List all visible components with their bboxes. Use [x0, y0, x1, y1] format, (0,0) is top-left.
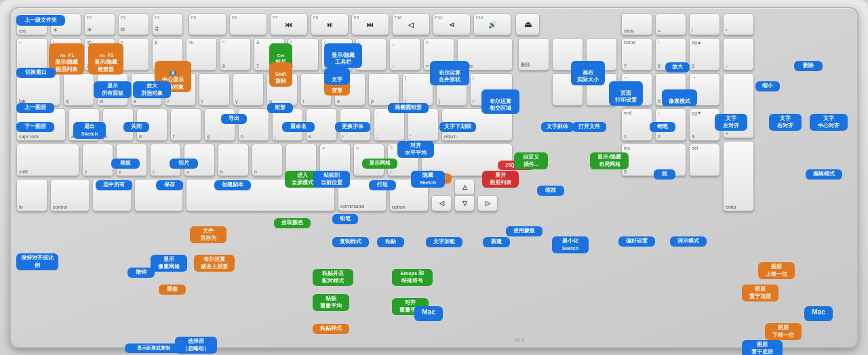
key-f5[interactable]: F5: [189, 14, 226, 35]
key-6[interactable]: ^6: [220, 38, 251, 70]
ann-edit-mode: 编辑模式: [806, 169, 842, 180]
key-f4[interactable]: F4 ⠿: [152, 14, 183, 35]
ann-text-bold: 文字加粗: [426, 237, 462, 247]
ann-pen: 钢笔: [650, 122, 675, 132]
ann-text-underline: 文字下划线: [439, 122, 476, 132]
ann-folder: 上一级文件夹: [16, 15, 65, 26]
key-f8[interactable]: F8 ⏯: [311, 14, 349, 35]
key-b[interactable]: b: [218, 144, 249, 176]
keyboard: esc F1 ☀ F2 ☀ F3 ⧉ F4 ⠿ F5 F6 F7: [9, 7, 859, 348]
ann-all-panels: 显示所有面板: [94, 81, 132, 98]
key-f3[interactable]: F3 ⧉: [118, 14, 149, 35]
ann-pencil: 铅笔: [332, 214, 358, 224]
key-z[interactable]: z: [82, 144, 113, 176]
ann-rename: 重命名: [282, 122, 315, 132]
ann-text-italic: 文字斜体: [541, 122, 574, 132]
ann-open-file: 打开文件: [572, 122, 606, 132]
key-np-1[interactable]: end1: [621, 108, 652, 141]
keyboard-container: esc F1 ☀ F2 ☀ F3 ⧉ F4 ⠿ F5 F6 F7: [0, 0, 868, 355]
key-quote[interactable]: "': [408, 108, 439, 141]
key-arrow-left[interactable]: ◁: [431, 195, 452, 211]
ann-layer-top: 图层置于顶层: [742, 285, 778, 301]
key-shift-l[interactable]: shift: [16, 144, 79, 176]
ann-close: 关闭: [123, 122, 149, 132]
key-np-dot[interactable]: del.: [689, 144, 720, 176]
ann-present: 演示模式: [670, 236, 707, 247]
ann-boolean-minus: 布尔运算减去上层形: [194, 255, 235, 272]
key-arrow-up[interactable]: △: [454, 179, 475, 195]
key-minus[interactable]: _-: [389, 38, 420, 70]
ann-text-center: 文字中心对齐: [810, 114, 848, 131]
key-np-enter[interactable]: enter: [723, 141, 754, 211]
ann-replace-font: 更换字体: [335, 122, 370, 132]
key-y[interactable]: y: [233, 73, 264, 106]
key-f10[interactable]: F10 ◁: [392, 14, 430, 35]
key-semicolon[interactable]: :;: [374, 108, 405, 141]
key-np-div[interactable]: /: [689, 14, 720, 35]
ann-use-mask: 使用蒙版: [506, 226, 542, 236]
ann-save-as: 文件另存为: [190, 226, 226, 243]
key-f[interactable]: f: [170, 108, 201, 141]
ann-text: 文字: [324, 68, 350, 85]
ann-show-toolbar: 显示/隐藏工具栏: [324, 43, 362, 68]
key-t[interactable]: t: [199, 73, 230, 106]
key-f7[interactable]: F7 ⏮: [270, 14, 308, 35]
ann-align-h: 对齐水平平均: [397, 141, 434, 158]
ann-next-layer: 下一图层: [16, 122, 54, 132]
key-np-clear[interactable]: clear: [621, 14, 652, 35]
key-np-9[interactable]: pg▲9: [689, 38, 720, 70]
ann-emoji: Emojis 和特殊符号: [392, 269, 433, 286]
ann-paste: 粘贴: [377, 237, 404, 247]
key-tab[interactable]: tab: [16, 73, 60, 106]
key-control[interactable]: control: [50, 179, 90, 211]
ann-select-all: 选中所有: [96, 180, 132, 190]
key-f6[interactable]: F6: [229, 14, 267, 35]
key-lbracket[interactable]: {[: [402, 73, 433, 106]
key-f9[interactable]: F9 ⏭: [351, 14, 389, 35]
ann-text-left: 文字左对齐: [715, 114, 747, 131]
ann-pick-color: 拾取颜色: [274, 218, 311, 228]
key-arrow-right[interactable]: ▷: [477, 195, 498, 211]
key-fn[interactable]: fn: [16, 179, 47, 211]
ann-rectangle: 矩形: [267, 103, 293, 113]
key-np-7[interactable]: home7: [621, 38, 652, 70]
ann-select-ignore: 选择层（忽略组）: [175, 337, 217, 354]
key-p[interactable]: p: [368, 73, 399, 106]
ann-copy-style: 复制样式: [332, 237, 369, 247]
ann-save: 保存: [156, 180, 183, 190]
ann-print-settings: 页面打印设置: [609, 81, 643, 106]
ann-mac2: Mac: [804, 306, 833, 321]
key-np-mul[interactable]: *: [723, 14, 754, 35]
key-del[interactable]: 删除: [518, 38, 549, 70]
ann-dup: 创建副本: [214, 180, 251, 190]
key-np-eq[interactable]: =: [655, 14, 686, 35]
key-np-minus[interactable]: -: [723, 38, 754, 70]
ann-zoom-in: 放大: [665, 62, 690, 72]
ann-text-right: 文字右对齐: [769, 114, 802, 131]
ann-layout-grid: 显示/隐藏布局网格: [590, 152, 629, 169]
key-q[interactable]: q: [63, 73, 94, 106]
ann-oval: 画椭圆矩形: [388, 103, 429, 113]
key-power[interactable]: ⏏: [515, 14, 540, 35]
ann-show-dist: 显示距离或复制: [125, 343, 182, 353]
ann-keep-ratio: 保持对齐或比例: [16, 253, 58, 270]
ann-hide-inspector: Alt F2显示/隐藏检查器: [88, 43, 123, 75]
ann-zoom-select: 放大所选对象: [133, 81, 171, 98]
ann-switch-win: 切换窗口: [16, 68, 56, 78]
key-n[interactable]: n: [252, 144, 283, 176]
version-label: v1.1: [514, 337, 525, 343]
key-arrow-down[interactable]: ▽: [454, 195, 475, 211]
ann-boolean-union: 布尔运算合并形状: [430, 61, 469, 85]
ann-quit: 退出Sketch: [73, 122, 106, 139]
key-f12[interactable]: F12 🔊: [473, 14, 511, 35]
key-f11[interactable]: F11 ⊲: [433, 14, 471, 35]
ann-paste-avg: 粘贴重量平均: [313, 294, 349, 311]
ann-show-grid: 显示网格: [362, 159, 397, 169]
ann-new: 新建: [483, 237, 510, 247]
ann-expand-layers: 展开图层列表: [482, 171, 519, 188]
ann-redo: 重做: [159, 285, 186, 295]
ann-paste-style: 粘贴样式: [313, 324, 349, 334]
key-f2[interactable]: F2 ☀: [84, 14, 115, 35]
key-backtick[interactable]: ~`: [16, 38, 47, 70]
ann-layer-up: 图层上移一位: [758, 262, 795, 279]
